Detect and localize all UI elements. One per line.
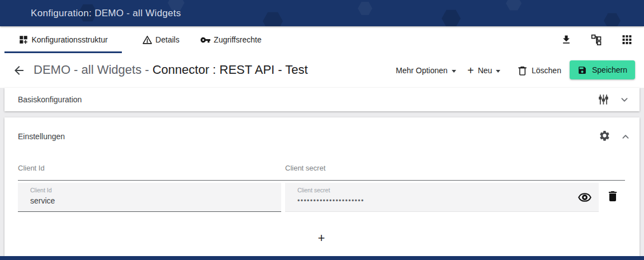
breadcrumb-current: Connector : REST API - Test (153, 63, 308, 77)
client-secret-masked-value: ••••••••••••••••••••• (297, 197, 364, 205)
tab-zugriffsrechte[interactable]: Zugriffsrechte (192, 26, 270, 53)
eye-icon (578, 191, 591, 204)
breadcrumb: DEMO - all Widgets - Connector : REST AP… (34, 63, 308, 77)
schema-button[interactable] (591, 34, 602, 45)
expand-section-button[interactable] (618, 93, 631, 106)
schema-icon (591, 34, 602, 45)
tune-icon (598, 94, 609, 106)
tab-label: Konfigurationsstruktur (31, 35, 107, 44)
section-title: Basiskonfiguration (18, 95, 82, 104)
delete-label: Löschen (532, 66, 561, 75)
key-icon (200, 35, 211, 45)
back-button[interactable] (12, 64, 26, 77)
filter-button[interactable] (598, 94, 609, 106)
chevron-down-icon (496, 70, 500, 73)
save-button[interactable]: Speichern (570, 60, 635, 79)
column-header-client-id: Client Id (18, 164, 45, 172)
download-button[interactable] (561, 34, 572, 45)
gear-icon (599, 130, 610, 141)
footer-bar (0, 256, 644, 260)
warning-triangle-icon (142, 35, 153, 45)
collapse-section-button[interactable] (619, 131, 632, 143)
chevron-up-icon (619, 131, 632, 143)
hexagon-pattern (604, 12, 621, 26)
entity-toolbar: DEMO - all Widgets - Connector : REST AP… (0, 53, 644, 88)
tab-label: Details (155, 35, 179, 44)
hexagon-pattern (263, 11, 283, 26)
hexagon-pattern (506, 0, 522, 11)
toggle-visibility-button[interactable] (578, 191, 591, 204)
table-header-divider (18, 180, 625, 181)
download-icon (561, 34, 572, 45)
trash-icon (606, 190, 619, 203)
top-app-bar: Konfiguration: DEMO - all Widgets 1 i (0, 0, 644, 26)
chevron-down-icon (452, 70, 456, 73)
dashboard-customize-icon (18, 35, 29, 45)
breadcrumb-prefix: DEMO - all Widgets - (34, 63, 153, 77)
tab-konfigurationsstruktur[interactable]: Konfigurationsstruktur (4, 26, 122, 53)
column-header-client-secret: Client secret (285, 164, 325, 172)
delete-row-button[interactable] (606, 190, 619, 203)
save-label: Speichern (592, 65, 627, 74)
hexagon-pattern (442, 9, 461, 26)
tab-details[interactable]: Details (134, 26, 187, 53)
more-options-button[interactable]: Mehr Optionen (396, 53, 456, 88)
add-row-button[interactable]: + (18, 227, 625, 249)
client-secret-floating-label: Client secret (297, 187, 330, 193)
client-id-value: service (30, 196, 55, 205)
delete-button[interactable]: Löschen (517, 53, 561, 88)
client-id-floating-label: Client Id (30, 187, 52, 193)
section-einstellungen: Einstellungen Client Id Client secret Cl… (4, 117, 640, 256)
client-id-field[interactable]: Client Id service (18, 183, 281, 212)
page-title: Konfiguration: DEMO - all Widgets (31, 8, 181, 19)
trash-outline-icon (517, 65, 528, 77)
save-icon (577, 65, 587, 75)
new-label: Neu (478, 66, 493, 75)
hexagon-pattern (358, 1, 372, 16)
apps-grid-button[interactable] (622, 35, 632, 45)
tab-bar: Konfigurationsstruktur Details Zugriffsr… (0, 26, 644, 53)
client-secret-field[interactable]: Client secret ••••••••••••••••••••• (285, 183, 599, 212)
section-title: Einstellungen (18, 132, 65, 141)
apps-grid-icon (622, 35, 632, 45)
new-button[interactable]: + Neu (467, 53, 500, 88)
section-basiskonfiguration: Basiskonfiguration (4, 88, 640, 111)
more-options-label: Mehr Optionen (396, 66, 448, 75)
tab-label: Zugriffsrechte (214, 35, 261, 44)
app-window: Konfiguration: DEMO - all Widgets 1 i (0, 0, 644, 260)
plus-icon: + (467, 65, 474, 76)
chevron-down-icon (618, 93, 631, 106)
arrow-left-icon (12, 64, 26, 77)
settings-button[interactable] (599, 130, 610, 141)
